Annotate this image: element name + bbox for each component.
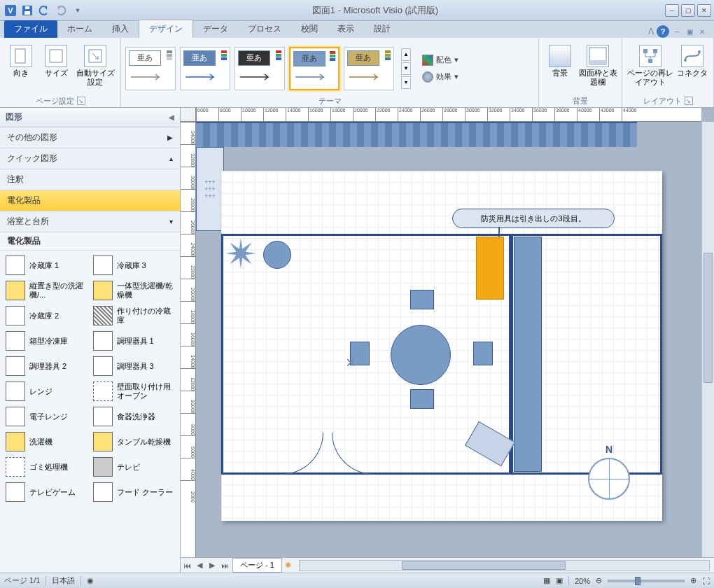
sofa-shape[interactable]: +++++++++ xyxy=(196,147,224,231)
connector-button[interactable]: コネクタ xyxy=(676,42,709,94)
theme-tile-2[interactable]: 亜あ xyxy=(180,47,230,90)
shape-item[interactable]: 一体型洗濯機/乾燥機 xyxy=(92,279,176,302)
background-button[interactable]: 背景 xyxy=(543,42,577,94)
shape-item[interactable]: テレビ xyxy=(92,455,176,479)
zoom-out-icon[interactable]: ⊖ xyxy=(596,576,602,585)
border-title-button[interactable]: 図面枠と表題欄 xyxy=(578,42,617,94)
shape-item[interactable]: フード クーラー xyxy=(92,480,176,504)
tab-file[interactable]: ファイル xyxy=(4,20,57,38)
page-prev-icon[interactable]: ◀ xyxy=(193,559,206,572)
theme-tile-1[interactable]: 亜あ xyxy=(125,47,176,90)
relayout-button[interactable]: ページの再レイアウト xyxy=(626,42,674,94)
shape-item[interactable]: テレビゲーム xyxy=(4,480,89,504)
redo-icon[interactable] xyxy=(53,3,69,18)
shape-item[interactable]: 調理器具 1 xyxy=(92,329,176,353)
shape-item[interactable]: 箱型冷凍庫 xyxy=(4,329,89,353)
chair-south-shape[interactable] xyxy=(410,389,434,409)
help-icon[interactable]: ? xyxy=(657,25,669,38)
round-table-shape[interactable] xyxy=(391,325,451,385)
tab-design[interactable]: デザイン xyxy=(139,20,193,38)
qat-customize-icon[interactable]: ▼ xyxy=(70,3,85,18)
effects-button[interactable]: 効果 ▾ xyxy=(419,69,461,85)
tab-insert[interactable]: 挿入 xyxy=(102,20,139,38)
visio-icon[interactable]: V xyxy=(3,3,18,18)
zoom-slider[interactable] xyxy=(608,580,685,582)
shelf-shape[interactable] xyxy=(514,237,542,472)
shape-item[interactable]: レンジ xyxy=(4,379,89,403)
stencil-bath[interactable]: 浴室と台所▾ xyxy=(0,211,180,232)
callout-shape[interactable]: 防災用具は引き出しの3段目。 xyxy=(452,209,615,228)
page-setup-launcher-icon[interactable]: ↘ xyxy=(77,97,85,105)
shape-item[interactable]: 洗濯機 xyxy=(4,430,89,454)
tab-home[interactable]: ホーム xyxy=(57,20,102,38)
minimize-button[interactable]: ─ xyxy=(665,4,679,17)
shape-thumbnail-icon xyxy=(93,432,113,451)
close-button[interactable]: ✕ xyxy=(697,4,711,17)
shape-item[interactable]: 冷蔵庫 2 xyxy=(4,304,89,328)
stencil-quick[interactable]: クイック図形▴ xyxy=(0,148,180,169)
shape-item[interactable]: タンブル乾燥機 xyxy=(92,430,176,454)
status-page[interactable]: ページ 1/1 xyxy=(4,575,40,586)
plant-shape[interactable] xyxy=(225,238,256,269)
zoom-level[interactable]: 20% xyxy=(575,577,590,585)
page-tab-1[interactable]: ページ - 1 xyxy=(232,558,282,573)
small-table-shape[interactable] xyxy=(263,241,291,269)
fit-page-icon[interactable]: ⛶ xyxy=(702,577,710,585)
shape-item[interactable]: 電子レンジ xyxy=(4,405,89,428)
theme-scroll-up-icon[interactable]: ▲ xyxy=(401,48,411,61)
view-fullscreen-icon[interactable]: ▣ xyxy=(556,576,563,585)
cabinet-shape[interactable] xyxy=(476,237,504,300)
page-last-icon[interactable]: ⏭ xyxy=(218,559,231,572)
theme-scroll-down-icon[interactable]: ▼ xyxy=(401,62,411,75)
color-scheme-button[interactable]: 配色 ▾ xyxy=(419,52,461,68)
steps-shape[interactable] xyxy=(196,122,637,147)
shape-item[interactable]: 作り付けの冷蔵庫 xyxy=(92,304,176,328)
stencil-more[interactable]: その他の図形▶ xyxy=(0,127,180,148)
theme-tile-4-selected[interactable]: 亜あ xyxy=(289,47,340,90)
status-language[interactable]: 日本語 xyxy=(52,575,75,586)
autosize-button[interactable]: 自動サイズ設定 xyxy=(74,42,116,94)
page-next-icon[interactable]: ▶ xyxy=(206,559,218,572)
orientation-button[interactable]: 向き xyxy=(4,42,38,94)
stencil-electrical[interactable]: 電化製品 xyxy=(0,190,180,211)
zoom-in-icon[interactable]: ⊕ xyxy=(690,576,696,585)
shape-item[interactable]: 調理器具 2 xyxy=(4,354,89,378)
shape-item[interactable]: 縦置き型の洗濯機/... xyxy=(4,279,89,302)
save-icon[interactable] xyxy=(20,3,35,18)
tab-design2[interactable]: 設計 xyxy=(364,20,400,38)
shape-item[interactable]: 冷蔵庫 1 xyxy=(4,253,89,277)
tab-process[interactable]: プロセス xyxy=(238,20,291,38)
stencil-annotation[interactable]: 注釈 xyxy=(0,169,180,190)
shape-item[interactable]: 調理器具 3 xyxy=(92,354,176,378)
ribbon-minimize-icon[interactable]: ᐱ xyxy=(648,27,654,36)
shape-item[interactable]: 冷蔵庫 3 xyxy=(92,253,176,277)
undo-icon[interactable] xyxy=(36,3,52,18)
shape-item[interactable]: 壁面取り付け用オーブン xyxy=(92,379,176,403)
new-page-icon[interactable]: ✱ xyxy=(282,559,295,572)
sub-close-button[interactable]: ✕ xyxy=(697,27,707,36)
sub-restore-button[interactable]: ▣ xyxy=(685,27,694,36)
shapes-pane-collapse-icon[interactable]: ◀ xyxy=(169,113,174,121)
maximize-button[interactable]: ▢ xyxy=(681,4,695,17)
tab-view[interactable]: 表示 xyxy=(328,20,364,38)
horizontal-scrollbar[interactable] xyxy=(299,560,710,571)
tab-data[interactable]: データ xyxy=(193,20,238,38)
sub-minimize-button[interactable]: ─ xyxy=(672,27,682,36)
chair-north-shape[interactable] xyxy=(410,290,434,309)
shape-item[interactable]: ゴミ処理機 xyxy=(4,455,89,479)
chair-east-shape[interactable] xyxy=(473,342,493,365)
compass-shape[interactable]: N xyxy=(588,458,630,500)
vertical-scrollbar[interactable] xyxy=(701,122,714,557)
tab-review[interactable]: 校閲 xyxy=(291,20,328,38)
drawing-surface[interactable]: 防災用具は引き出しの3段目。 +++++++++ × N xyxy=(196,122,701,557)
shape-label: 縦置き型の洗濯機/... xyxy=(29,281,88,299)
shape-item[interactable]: 食器洗浄器 xyxy=(92,405,176,428)
size-button[interactable]: サイズ xyxy=(39,42,73,94)
macro-record-icon[interactable]: ◉ xyxy=(87,576,94,585)
page-first-icon[interactable]: ⏮ xyxy=(181,559,193,572)
theme-gallery-expand-icon[interactable]: ▾ xyxy=(401,76,411,89)
theme-tile-3[interactable]: 亜あ xyxy=(234,47,285,90)
view-normal-icon[interactable]: ▦ xyxy=(543,576,550,585)
layout-launcher-icon[interactable]: ↘ xyxy=(685,97,693,105)
theme-tile-5[interactable]: 亜あ xyxy=(344,47,394,90)
